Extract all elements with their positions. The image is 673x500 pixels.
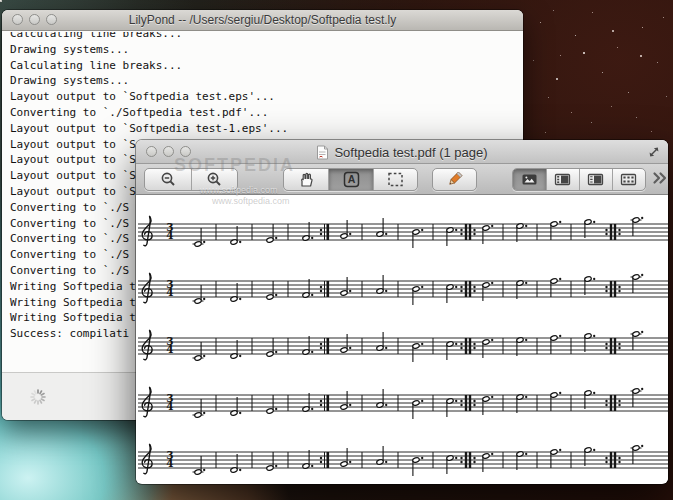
sidebar-list-icon	[587, 173, 604, 186]
time-signature-denominator: 4	[166, 400, 173, 412]
minimize-button[interactable]	[29, 14, 40, 25]
zoom-out-button[interactable]	[145, 169, 191, 190]
pdf-page[interactable]: www.softpedia.com 3434343434	[136, 195, 668, 483]
music-staff-system: 34	[136, 375, 668, 432]
view-table-of-contents-button[interactable]	[579, 169, 612, 190]
desktop-background: LilyPond -- /Users/sergiu/Desktop/Softpe…	[0, 0, 673, 500]
terminal-title: LilyPond -- /Users/sergiu/Desktop/Softpe…	[2, 10, 523, 30]
loading-spinner-icon	[29, 388, 47, 406]
note-dotted-half	[193, 456, 206, 475]
zoom-button[interactable]	[46, 14, 57, 25]
music-staff-system: 34	[136, 261, 668, 318]
treble-clef	[142, 331, 152, 360]
note-dotted-half	[193, 399, 206, 418]
note-dotted-half	[193, 228, 206, 247]
page-watermark: www.softpedia.com	[212, 196, 290, 206]
hand-icon	[297, 171, 315, 188]
note-dotted-half	[193, 285, 206, 304]
marquee-icon	[386, 171, 405, 188]
note-dotted-half	[631, 217, 644, 236]
zoom-in-button[interactable]	[191, 169, 237, 190]
terminal-line: Converting to `./Softpedia test.pdf'...	[10, 105, 515, 121]
pencil-icon	[445, 171, 464, 188]
double-chevron-icon[interactable]	[652, 171, 668, 185]
view-thumbnails-button[interactable]	[546, 169, 579, 190]
time-signature-denominator: 4	[166, 229, 173, 241]
treble-clef	[142, 274, 152, 303]
note-dotted-half	[193, 342, 206, 361]
terminal-line: Layout output to `Softpedia test-1.eps'.…	[10, 121, 515, 137]
preview-window: Softpedia test.pdf (1 page) SOFTPEDIA ww…	[136, 140, 668, 484]
annotate-button-group	[432, 168, 477, 191]
fullscreen-icon[interactable]	[647, 145, 661, 159]
close-button[interactable]	[146, 146, 157, 157]
terminal-titlebar[interactable]: LilyPond -- /Users/sergiu/Desktop/Softpe…	[2, 10, 523, 31]
tool-button-group: A	[283, 168, 418, 191]
sidebar-thumbs-icon	[554, 173, 571, 186]
terminal-line: Drawing systems...	[10, 73, 515, 89]
terminal-window-buttons	[12, 14, 57, 25]
page-image-icon	[521, 173, 538, 186]
music-staff-system: 34	[136, 204, 668, 261]
preview-window-title: Softpedia test.pdf (1 page)	[334, 145, 487, 160]
time-signature-denominator: 4	[166, 343, 173, 355]
music-staff-system: 34	[136, 318, 668, 375]
note-dotted-half	[631, 274, 644, 293]
text-tool-button[interactable]: A	[328, 169, 372, 190]
preview-toolbar: SOFTPEDIA www.softpedia.com	[136, 164, 668, 195]
close-button[interactable]	[12, 14, 23, 25]
move-tool-button[interactable]	[284, 169, 328, 190]
time-signature-denominator: 4	[166, 457, 173, 469]
view-mode-group	[512, 168, 646, 191]
magnifier-minus-icon	[159, 171, 177, 188]
zoom-button[interactable]	[180, 146, 191, 157]
treble-clef	[142, 445, 152, 474]
terminal-line: Calculating line breaks...	[10, 32, 515, 42]
pdf-document-icon	[316, 145, 329, 160]
minimize-button[interactable]	[163, 146, 174, 157]
note-dotted-half	[631, 388, 644, 407]
text-select-icon: A	[342, 171, 361, 188]
magnifier-plus-icon	[205, 171, 223, 188]
time-signature-denominator: 4	[166, 286, 173, 298]
terminal-line: Layout output to `Softpedia test.eps'...	[10, 89, 515, 105]
svg-text:A: A	[347, 173, 355, 185]
grid-dots-icon	[620, 173, 637, 186]
zoom-button-group	[144, 168, 238, 191]
preview-titlebar[interactable]: Softpedia test.pdf (1 page)	[136, 140, 668, 164]
select-tool-button[interactable]	[373, 169, 417, 190]
view-content-only-button[interactable]	[513, 169, 546, 190]
terminal-line: Drawing systems...	[10, 42, 515, 58]
music-staff-system: 34	[136, 432, 668, 483]
preview-window-buttons	[146, 146, 191, 157]
note-dotted-half	[631, 331, 644, 350]
treble-clef	[142, 217, 152, 246]
sheet-music: 3434343434	[136, 195, 668, 483]
terminal-line: Calculating line breaks...	[10, 58, 515, 74]
note-dotted-half	[631, 445, 644, 464]
annotate-button[interactable]	[433, 169, 476, 190]
treble-clef	[142, 388, 152, 417]
view-contact-sheet-button[interactable]	[612, 169, 645, 190]
